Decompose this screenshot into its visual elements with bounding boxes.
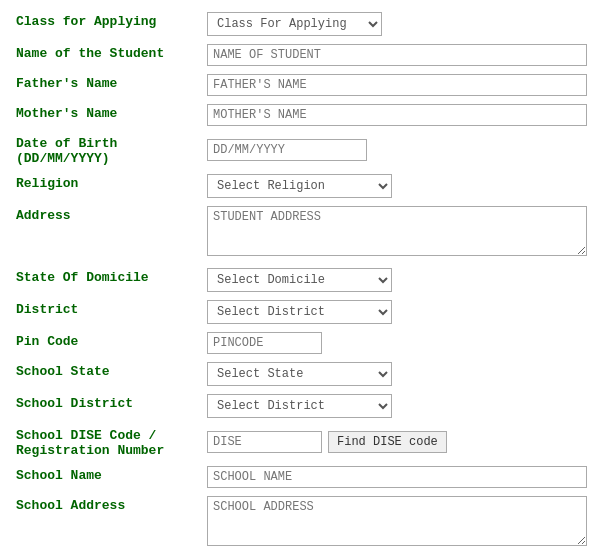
fathers-name-label: Father's Name xyxy=(10,70,201,100)
religion-select[interactable]: Select Religion Hindu Muslim Christian S… xyxy=(207,174,392,198)
class-for-applying-select[interactable]: Class For Applying Class 1 Class 2 Class… xyxy=(207,12,382,36)
dise-row: Find DISE code xyxy=(207,431,587,453)
dise-code-input[interactable] xyxy=(207,431,322,453)
pin-code-input[interactable] xyxy=(207,332,322,354)
school-dise-label: School DISE Code / Registration Number xyxy=(10,422,201,462)
dob-input[interactable] xyxy=(207,139,367,161)
school-name-input[interactable] xyxy=(207,466,587,488)
school-name-label: School Name xyxy=(10,462,201,492)
fathers-name-input[interactable] xyxy=(207,74,587,96)
address-label: Address xyxy=(10,202,201,264)
school-address-textarea[interactable] xyxy=(207,496,587,546)
state-of-domicile-select[interactable]: Select Domicile Andhra Pradesh Bihar Del… xyxy=(207,268,392,292)
class-for-applying-label: Class for Applying xyxy=(10,8,201,40)
religion-label: Religion xyxy=(10,170,201,202)
mothers-name-input[interactable] xyxy=(207,104,587,126)
state-of-domicile-label: State Of Domicile xyxy=(10,264,201,296)
find-dise-button[interactable]: Find DISE code xyxy=(328,431,447,453)
school-district-select[interactable]: Select District xyxy=(207,394,392,418)
mothers-name-label: Mother's Name xyxy=(10,100,201,130)
pin-code-label: Pin Code xyxy=(10,328,201,358)
admission-form: Class for Applying Class For Applying Cl… xyxy=(10,8,593,550)
school-address-label: School Address xyxy=(10,492,201,550)
school-district-label: School District xyxy=(10,390,201,422)
dob-label: Date of Birth (DD/MM/YYYY) xyxy=(10,130,201,170)
district-select[interactable]: Select District xyxy=(207,300,392,324)
name-of-student-input[interactable] xyxy=(207,44,587,66)
district-label: District xyxy=(10,296,201,328)
name-of-student-label: Name of the Student xyxy=(10,40,201,70)
school-state-label: School State xyxy=(10,358,201,390)
address-textarea[interactable] xyxy=(207,206,587,256)
school-state-select[interactable]: Select State Andhra Pradesh Bihar Delhi … xyxy=(207,362,392,386)
